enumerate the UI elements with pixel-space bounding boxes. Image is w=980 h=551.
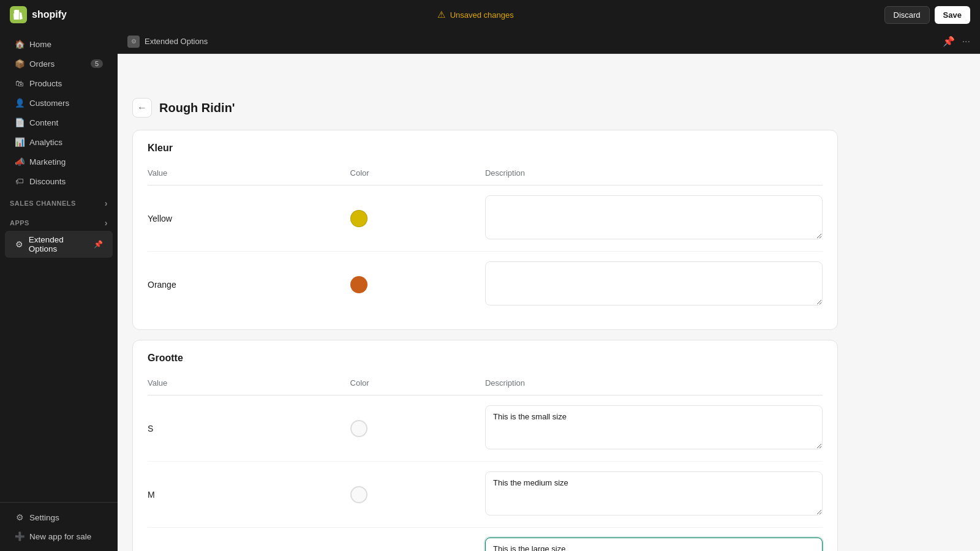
sidebar-item-new-app[interactable]: ➕ New app for sale	[5, 527, 113, 545]
table-row: Orange	[148, 252, 823, 318]
sales-channels-section: Sales channels ›	[0, 191, 118, 211]
row-value: Yellow	[148, 214, 172, 223]
unsaved-changes-label: Unsaved changes	[450, 10, 514, 20]
description-textarea[interactable]	[485, 261, 823, 305]
kleur-card-title: Kleur	[148, 143, 823, 154]
sidebar-item-extended-options[interactable]: ⚙ Extended Options 📌	[5, 231, 113, 258]
orders-icon: 📦	[15, 59, 24, 69]
sidebar-item-label: Extended Options	[29, 235, 89, 253]
color-swatch[interactable]	[350, 276, 368, 293]
logo: shopify	[10, 6, 67, 23]
more-actions-icon[interactable]: ···	[962, 36, 970, 47]
sidebar-item-settings[interactable]: ⚙ Settings	[5, 508, 113, 527]
extended-options-icon: ⚙	[15, 239, 24, 249]
customers-icon: 👤	[15, 98, 24, 108]
sidebar-item-content[interactable]: 📄 Content	[5, 113, 113, 132]
unsaved-changes-notice: ⚠ Unsaved changes	[437, 9, 514, 20]
table-row: L This is the large size	[148, 528, 823, 552]
discard-button[interactable]: Discard	[884, 6, 930, 24]
grootte-table: Value Color Description S	[148, 373, 823, 551]
marketing-icon: 📣	[15, 157, 24, 167]
pin-icon: 📌	[94, 240, 103, 249]
sub-header-icon: ⚙	[127, 36, 140, 48]
description-textarea-s[interactable]: This is the small size	[485, 405, 823, 449]
new-app-icon: ➕	[15, 531, 24, 541]
description-textarea-l[interactable]: This is the large size	[485, 538, 823, 551]
color-swatch-empty[interactable]	[350, 420, 368, 437]
kleur-col-color: Color	[350, 163, 485, 186]
top-bar-actions: Discard Save	[884, 6, 970, 24]
sidebar-item-home[interactable]: 🏠 Home	[5, 35, 113, 53]
sidebar-item-label: Orders	[29, 59, 55, 69]
sidebar-item-label: Customers	[29, 99, 69, 108]
content-icon: 📄	[15, 118, 24, 127]
page-title-row: ← Rough Ridin'	[132, 98, 838, 118]
sales-channels-label: Sales channels	[10, 200, 76, 207]
sub-header-actions: 📌 ···	[943, 36, 970, 47]
sidebar-item-label: Home	[29, 40, 51, 49]
table-row: S This is the small size	[148, 395, 823, 462]
page-title: Rough Ridin'	[159, 101, 235, 115]
description-textarea[interactable]	[485, 195, 823, 239]
page-content: ← Rough Ridin' Kleur Value Color Descrip…	[118, 83, 853, 551]
sidebar-item-label: New app for sale	[29, 532, 91, 541]
sidebar-item-label: Settings	[29, 513, 59, 522]
sidebar-item-analytics[interactable]: 📊 Analytics	[5, 133, 113, 151]
sidebar-item-products[interactable]: 🛍 Products	[5, 74, 113, 92]
pin-action-icon[interactable]: 📌	[943, 36, 955, 47]
main-content: ⚙ Extended Options 📌 ··· ← Rough Ridin' …	[118, 29, 980, 551]
sub-header-title: Extended Options	[145, 37, 208, 46]
row-value: M	[148, 490, 155, 500]
logo-text: shopify	[32, 9, 67, 20]
table-row: M This the medium size	[148, 462, 823, 528]
grootte-col-value: Value	[148, 373, 350, 395]
analytics-icon: 📊	[15, 137, 24, 147]
grootte-col-description: Description	[485, 373, 823, 395]
sidebar-item-label: Products	[29, 79, 62, 88]
sales-channels-arrow[interactable]: ›	[105, 198, 108, 208]
kleur-table: Value Color Description Yellow	[148, 163, 823, 317]
grootte-card-title: Grootte	[148, 353, 823, 364]
row-value: Orange	[148, 280, 176, 290]
kleur-card: Kleur Value Color Description Yellow	[132, 130, 838, 330]
settings-icon: ⚙	[15, 512, 24, 522]
sub-header: ⚙ Extended Options 📌 ···	[118, 29, 980, 54]
table-row: Yellow	[148, 186, 823, 252]
kleur-col-value: Value	[148, 163, 350, 186]
back-button[interactable]: ←	[132, 98, 152, 118]
color-swatch-empty[interactable]	[350, 486, 368, 503]
sidebar-item-orders[interactable]: 📦 Orders 5	[5, 54, 113, 73]
discounts-icon: 🏷	[15, 176, 24, 186]
orders-badge: 5	[91, 59, 103, 68]
grootte-col-color: Color	[350, 373, 485, 395]
sidebar-item-label: Discounts	[29, 177, 66, 186]
sidebar-bottom: ⚙ Settings ➕ New app for sale	[0, 502, 118, 546]
description-textarea-m[interactable]: This the medium size	[485, 471, 823, 515]
apps-arrow[interactable]: ›	[105, 218, 108, 228]
row-value: S	[148, 424, 153, 433]
color-swatch[interactable]	[350, 210, 368, 227]
products-icon: 🛍	[15, 78, 24, 88]
grootte-card: Grootte Value Color Description S	[132, 340, 838, 551]
apps-section: Apps ›	[0, 211, 118, 230]
save-button[interactable]: Save	[935, 6, 970, 24]
shopify-icon	[10, 6, 27, 23]
sidebar-item-marketing[interactable]: 📣 Marketing	[5, 152, 113, 171]
sidebar-item-label: Analytics	[29, 138, 62, 147]
top-bar: shopify ⚠ Unsaved changes Discard Save	[0, 0, 980, 29]
apps-label: Apps	[10, 219, 29, 227]
sidebar-item-customers[interactable]: 👤 Customers	[5, 94, 113, 112]
sidebar-item-discounts[interactable]: 🏷 Discounts	[5, 172, 113, 190]
sidebar-item-label: Content	[29, 118, 58, 127]
sidebar-item-label: Marketing	[29, 157, 66, 167]
sidebar: 🏠 Home 📦 Orders 5 🛍 Products 👤 Customers…	[0, 29, 118, 551]
home-icon: 🏠	[15, 39, 24, 49]
kleur-col-description: Description	[485, 163, 823, 186]
